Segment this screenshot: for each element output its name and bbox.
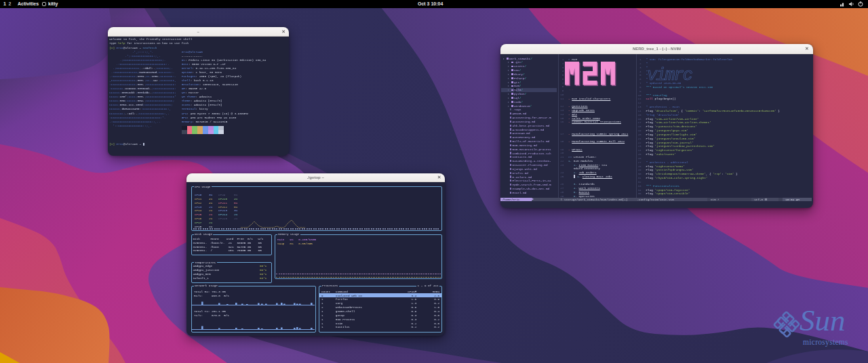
svg-text:vimrc: vimrc bbox=[647, 66, 692, 84]
